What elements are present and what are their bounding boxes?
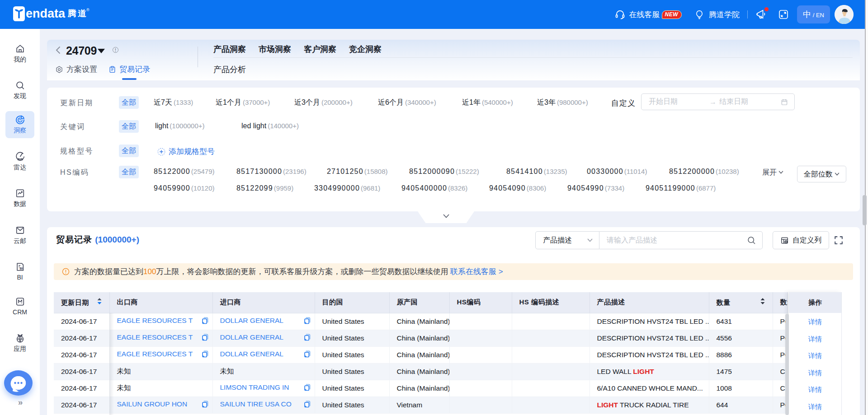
svg-text:BI: BI — [19, 267, 23, 270]
